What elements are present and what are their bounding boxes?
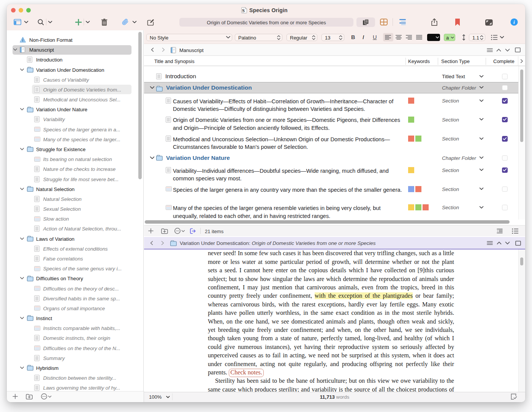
svg-text:i: i	[513, 19, 515, 25]
svg-text:S: S	[242, 8, 245, 13]
